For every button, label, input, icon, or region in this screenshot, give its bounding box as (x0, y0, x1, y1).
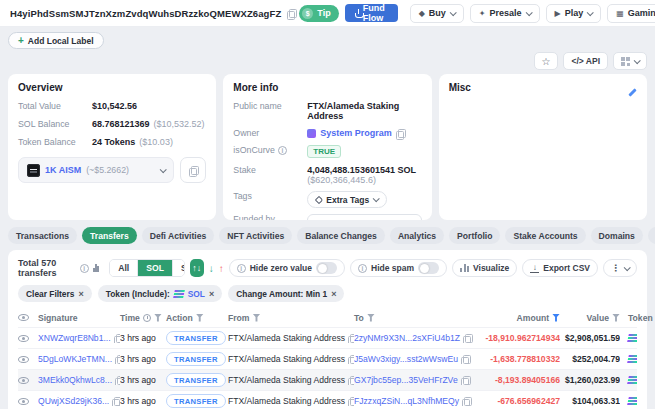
copy-token-button[interactable] (180, 157, 206, 183)
copy-icon[interactable] (112, 397, 120, 406)
hide-spam-control[interactable]: Hide spam (350, 259, 447, 277)
tab-defi-activities[interactable]: Defi Activities (142, 227, 215, 244)
to-address-link[interactable]: GX7jbc55ep...35VeHFrZVe (354, 375, 458, 385)
presale-dropdown[interactable]: ✦ Presale (470, 4, 540, 23)
signature-link[interactable]: 3MEkk0QkhwLc8... (38, 375, 112, 385)
transfers-table: Signature Time Action From To Amount Val… (18, 308, 637, 409)
tag-icon (315, 195, 323, 203)
copy-icon[interactable] (114, 334, 120, 343)
filter-icon[interactable] (612, 314, 620, 322)
info-icon[interactable] (278, 146, 287, 155)
copy-icon[interactable] (348, 355, 354, 364)
tip-button[interactable]: Tip (299, 5, 338, 22)
copy-icon[interactable] (115, 355, 120, 364)
eye-icon[interactable] (18, 356, 29, 363)
signature-link[interactable]: 5DgLoWKJeTMN... (38, 354, 112, 364)
edit-icon[interactable] (627, 87, 637, 97)
tab-balance-changes[interactable]: Balance Changes (297, 227, 385, 244)
copy-icon[interactable] (396, 129, 404, 138)
copy-icon[interactable] (462, 397, 470, 406)
amount-filter-chip[interactable]: Change Amount: Min 1 (228, 285, 344, 302)
from-address[interactable]: FTX/Alameda Staking Address (228, 354, 345, 364)
action-badge[interactable]: TRANSFER (166, 331, 226, 345)
col-time[interactable]: Time (120, 313, 140, 323)
tab-nft-activities[interactable]: NFT Activities (219, 227, 292, 244)
tab-analytics[interactable]: Analytics (390, 227, 444, 244)
signature-link[interactable]: QUwjXSd29jK36... (38, 396, 109, 406)
add-local-label-button[interactable]: Add Local Label (8, 32, 104, 49)
owner-link[interactable]: System Program (320, 128, 392, 138)
action-badge[interactable]: TRANSFER (166, 394, 226, 408)
mini-chart-icon[interactable] (93, 264, 100, 272)
hide-spam-toggle[interactable] (418, 262, 439, 274)
funded-by-select[interactable]: H9fjMT...ZuJNKe (307, 214, 421, 220)
from-address[interactable]: FTX/Alameda Staking Address (228, 396, 345, 406)
api-button[interactable]: </> API (563, 52, 608, 70)
close-icon[interactable] (209, 289, 214, 299)
favorite-button[interactable] (534, 52, 559, 70)
copy-icon[interactable] (348, 376, 354, 385)
scope-sol-button[interactable]: SOL (137, 260, 172, 276)
public-name-label: Public name (233, 101, 307, 111)
to-address-link[interactable]: FJzzxqZSiN...qL3NfhMEQy (354, 396, 459, 406)
copy-icon[interactable] (115, 376, 120, 385)
scope-all-button[interactable]: All (110, 260, 137, 276)
clear-filters-chip[interactable]: Clear Filters (18, 285, 92, 302)
token-selector[interactable]: 1K AISM (~$5.2662) (18, 157, 174, 183)
token-icon (27, 164, 40, 177)
to-address-link[interactable]: J5aWv3xigy...sst2wWswEu (354, 354, 458, 364)
clock-icon[interactable] (143, 314, 151, 322)
signature-link[interactable]: XNWZwqrE8Nb1... (38, 333, 111, 343)
more-options-button[interactable] (603, 259, 637, 277)
eye-icon[interactable] (18, 314, 29, 321)
sol-icon (627, 397, 637, 405)
from-address[interactable]: FTX/Alameda Staking Address (228, 333, 345, 343)
fund-flow-label: Fund Flow (363, 3, 389, 23)
filter-icon[interactable] (196, 314, 204, 322)
tab-transfers[interactable]: Transfers (82, 227, 137, 244)
play-dropdown[interactable]: ▶ Play (546, 4, 602, 23)
copy-icon[interactable] (461, 355, 469, 364)
copy-icon[interactable] (348, 397, 354, 406)
filter-icon[interactable] (367, 314, 375, 322)
outgoing-filter-icon[interactable]: ↑ (219, 263, 224, 274)
tab-domains[interactable]: Domains (591, 227, 643, 244)
scope-spl-button[interactable]: SPL (172, 260, 185, 276)
extra-tags-button[interactable]: Extra Tags (307, 191, 387, 208)
eye-icon[interactable] (18, 377, 29, 384)
eye-icon[interactable] (18, 335, 29, 342)
incoming-filter-icon[interactable]: ↓ (209, 263, 214, 274)
buy-dropdown[interactable]: ◆ Buy (410, 4, 464, 23)
copy-icon[interactable] (348, 334, 354, 343)
info-icon[interactable] (80, 264, 89, 273)
filter-icon[interactable] (252, 314, 260, 322)
fund-flow-button[interactable]: Fund Flow (345, 4, 398, 22)
copy-icon[interactable] (463, 334, 471, 343)
token-filter-chip[interactable]: Token (Include): SOL (98, 285, 223, 302)
gaming-dropdown[interactable]: ▦ Gaming (607, 4, 655, 23)
action-badge[interactable]: TRANSFER (166, 352, 226, 366)
close-icon[interactable] (331, 289, 336, 299)
tab-portfolio[interactable]: Portfolio (449, 227, 500, 244)
close-icon[interactable] (78, 289, 83, 299)
copy-icon[interactable] (461, 376, 469, 385)
sort-button[interactable]: ↑↓ (190, 259, 204, 277)
tab-cards[interactable]: Cards (648, 227, 655, 244)
public-name: FTX/Alameda Staking Address (307, 101, 421, 121)
value-cell: $1,260,023.99 (560, 375, 620, 385)
table-row: 5DgLoWKJeTMN... 3 hrs ago TRANSFER FTX/A… (18, 348, 637, 369)
more-apps-button[interactable] (613, 52, 647, 70)
tab-stake-accounts[interactable]: Stake Accounts (505, 227, 585, 244)
hide-zero-value-control[interactable]: Hide zero value (229, 259, 345, 277)
filter-icon-active[interactable] (552, 314, 560, 322)
from-address[interactable]: FTX/Alameda Staking Address (228, 375, 345, 385)
to-address-link[interactable]: 2zyNMr9X3N...2sXFiU4b1Z (354, 333, 460, 343)
hide-zero-toggle[interactable] (316, 262, 337, 274)
tab-transactions[interactable]: Transactions (8, 227, 77, 244)
fund-flow-icon (354, 9, 359, 18)
visualize-button[interactable]: Visualize (452, 259, 517, 277)
eye-icon[interactable] (18, 398, 29, 405)
filter-icon[interactable] (154, 314, 162, 322)
export-csv-button[interactable]: Export CSV (522, 259, 598, 277)
action-badge[interactable]: TRANSFER (166, 373, 226, 387)
